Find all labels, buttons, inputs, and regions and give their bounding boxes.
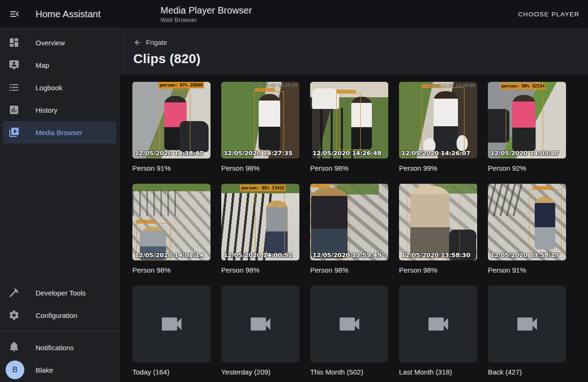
folder-label: Last Month (318) [399,368,477,377]
folder-thumbnail[interactable] [132,286,211,362]
sidebar-item-developer-tools[interactable]: Developer Tools [3,281,116,304]
breadcrumb[interactable]: Frigate [133,38,167,47]
timestamp-overlay: 12/05/2020 13:58:17 [490,252,559,259]
scene-prop [312,88,339,109]
sidebar-spacer [0,144,119,281]
clip-card[interactable]: 12/05/2020 14:01:14Person 98% [132,184,211,275]
timestamp-overlay: 12/05/2020 14:26:07 [401,150,470,157]
camera-timestamp-top: 2020-12-05 14:26:08 [428,83,475,88]
video-icon [425,311,451,337]
timestamp-overlay: 12/05/2020 14:26:48 [312,150,381,157]
clip-caption: Person 98% [132,266,211,275]
folder-label: Yesterday (209) [221,368,299,377]
sidebar-item-map[interactable]: Map [3,54,116,76]
timestamp-overlay: 12/05/2020 14:27:35 [224,150,292,157]
video-icon [247,311,274,337]
clip-card[interactable]: person: 96% 3215412/05/2020 14:03:17Pers… [488,82,566,173]
breadcrumb-label: Frigate [146,39,167,46]
detection-bbox [254,91,284,152]
clip-thumbnail[interactable]: person: 96% 3215412/05/2020 14:03:17 [488,82,566,159]
play-box-multiple-icon [8,127,20,138]
sidebar-item-media-browser[interactable]: Media Browser [3,121,116,144]
detection-mini-label [533,186,552,190]
clip-thumbnail[interactable]: person: 95% 2343212/05/2020 14:00:52 [221,184,299,260]
sidebar-item-label: Overview [36,39,65,47]
user-name: Blake [36,366,53,374]
folder-label: Today (164) [132,368,211,377]
clip-card[interactable]: 12/05/2020 13:58:17Person 91% [488,184,566,275]
clip-thumbnail[interactable]: 12/05/2020 14:01:14 [132,184,211,260]
clip-caption: Person 99% [399,164,477,173]
clip-card[interactable]: 12/05/2020 13:58:30Person 98% [399,184,477,275]
choose-player-button[interactable]: CHOOSE PLAYER [511,7,587,22]
folder-thumbnail[interactable] [488,286,566,362]
folder-label: Back (427) [488,368,566,377]
hammer-icon [8,287,20,298]
detection-bbox [336,93,361,150]
video-icon [159,311,185,337]
clip-card[interactable]: 12/05/2020 14:26:48Person 98% [310,82,388,173]
clip-caption: Person 92% [488,164,566,173]
timestamp-overlay: 12/05/2020 13:58:30 [401,252,470,259]
folder-card-this-month[interactable]: This Month (502) [310,286,388,377]
clip-card[interactable]: person: 95% 2343212/05/2020 14:00:52Pers… [221,184,299,275]
media-browser-header: Frigate Clips (820) [120,28,588,75]
page-header-title: Media Player Browser [160,6,511,15]
clip-caption: Person 98% [310,266,388,275]
app-title: Home Assistant [36,9,101,20]
clip-thumbnail[interactable]: 12/05/2020 13:58:30 [399,184,477,260]
folder-thumbnail[interactable] [399,286,477,362]
clip-thumbnail[interactable]: 12/05/2020 13:59:49 [310,184,388,260]
folder-card-last-month[interactable]: Last Month (318) [399,286,477,377]
clip-card[interactable]: 2020-12-05 14:26:0812/05/2020 14:26:07Pe… [399,82,477,173]
detection-bbox [407,184,460,259]
clip-card[interactable]: 2020-12-05 14:27:3512/05/2020 14:27:35Pe… [221,82,299,173]
clip-thumbnail[interactable]: 12/05/2020 13:58:17 [488,184,566,260]
avatar[interactable]: B [6,360,24,379]
clip-thumbnail[interactable]: 12/05/2020 14:26:48 [310,82,388,159]
folder-thumbnail[interactable] [221,286,299,362]
clip-caption: Person 91% [488,266,566,275]
main-content: Frigate Clips (820) person: 97% 2998812/… [120,28,588,382]
folder-card-today[interactable]: Today (164) [132,286,211,377]
sidebar-item-logbook[interactable]: Logbook [3,76,116,99]
folder-card-yesterday[interactable]: Yesterday (209) [221,286,299,377]
timestamp-overlay: 12/05/2020 13:59:49 [312,252,381,259]
notifications-label: Notifications [36,344,74,352]
detection-bbox [311,185,350,259]
sidebar-item-label: Map [36,61,49,69]
detection-mini-label [136,220,156,223]
timestamp-overlay: 12/05/2020 14:38:47 [135,150,203,157]
clip-card[interactable]: 12/05/2020 13:59:49Person 98% [310,184,388,275]
clip-caption: Person 91% [132,164,211,173]
clip-thumbnail[interactable]: person: 97% 2998812/05/2020 14:38:47 [132,82,211,159]
clip-caption: Person 98% [310,164,388,173]
detection-label: person: 97% 29988 [158,82,204,88]
sidebar-item-user[interactable]: B Blake [3,359,116,381]
sidebar-bottom: Developer ToolsConfiguration Notificatio… [0,281,119,382]
timestamp-overlay: 12/05/2020 14:03:17 [490,150,559,157]
detection-bbox [160,89,190,153]
video-icon [336,311,363,337]
clip-thumbnail[interactable]: 2020-12-05 14:26:0812/05/2020 14:26:07 [399,82,477,159]
menu-open-icon[interactable] [9,8,20,20]
sidebar-item-overview[interactable]: Overview [3,31,116,54]
chart-box-icon [8,104,20,115]
list-bulleted-icon [8,82,20,93]
folder-thumbnail[interactable] [310,286,388,362]
sidebar-item-configuration[interactable]: Configuration [3,304,116,326]
clip-thumbnail[interactable]: 2020-12-05 14:27:3512/05/2020 14:27:35 [221,82,299,159]
sidebar-item-notifications[interactable]: Notifications [3,336,116,359]
sidebar-divider [0,331,119,332]
clip-card[interactable]: person: 97% 2998812/05/2020 14:38:47Pers… [132,82,211,173]
bell-icon [8,341,20,354]
folder-card-back[interactable]: Back (427) [488,286,566,377]
clip-caption: Person 98% [221,266,299,275]
sidebar-item-history[interactable]: History [3,99,116,121]
detection-label: person: 95% 23432 [240,185,286,191]
detection-mini-label [255,88,275,92]
video-icon [514,311,540,337]
account-location-icon [8,59,20,71]
detection-mini-label [311,184,330,187]
detection-bbox [506,90,543,153]
